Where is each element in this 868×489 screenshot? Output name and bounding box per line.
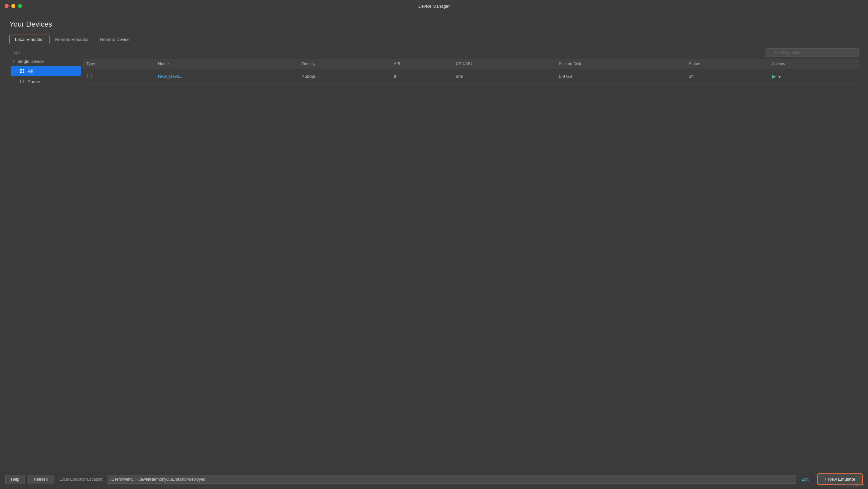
tabs-row: Local Emulator Remote Emulator Remote De… [9, 35, 859, 44]
bottom-bar: Help Refresh Local Emulator Location: Ed… [0, 469, 868, 489]
device-name-link[interactable]: New_Devic... [158, 74, 184, 79]
phone-icon: ☐ [20, 79, 24, 84]
row-status-cell: off [685, 69, 768, 84]
sidebar-item-phone[interactable]: ☐ Phone [11, 77, 81, 87]
chevron-down-icon: ▼ [12, 60, 15, 63]
row-density-cell: 450dpi [298, 69, 390, 84]
col-status: Status [685, 59, 768, 69]
sidebar: Type ▼ Single Device All ☐ Phone [9, 48, 83, 469]
row-api-cell: 9 [390, 69, 452, 84]
col-name: Name [154, 59, 298, 69]
col-size-on-disk: Size on Disk [555, 59, 685, 69]
play-button[interactable]: ▶ [772, 73, 776, 79]
maximize-button[interactable] [18, 4, 22, 8]
filter-wrapper: 🔍 [766, 48, 859, 57]
close-button[interactable] [5, 4, 9, 8]
minimize-button[interactable] [11, 4, 15, 8]
traffic-lights [5, 4, 22, 8]
actions-chevron-icon[interactable]: ▾ [779, 74, 781, 79]
tab-remote-emulator[interactable]: Remote Emulator [50, 35, 94, 44]
refresh-button[interactable]: Refresh [28, 475, 54, 484]
help-button[interactable]: Help [5, 475, 25, 484]
row-actions-cell: ▶ ▾ [768, 69, 859, 84]
row-type-cell: ☐ [83, 69, 154, 84]
sidebar-item-phone-label: Phone [28, 79, 40, 84]
edit-link[interactable]: Edit [802, 477, 808, 482]
col-cpu-abi: CPU/ABI [452, 59, 555, 69]
col-type: Type [83, 59, 154, 69]
window-title: Device Manager [418, 4, 450, 9]
sidebar-item-all[interactable]: All [11, 66, 81, 76]
row-size-cell: 5.9 GB [555, 69, 685, 84]
location-input[interactable] [107, 475, 797, 484]
title-bar: Device Manager [0, 0, 868, 12]
location-label: Local Emulator Location: [60, 477, 103, 482]
sidebar-group-label-text: Single Device [17, 59, 44, 64]
sidebar-type-header: Type [9, 48, 83, 57]
row-cpu-abi-cell: arm [452, 69, 555, 84]
table-area: 🔍 Type Name Density API CPU/ABI Size on … [83, 48, 859, 469]
row-phone-icon: ☐ [87, 73, 92, 80]
table-toolbar: 🔍 [83, 48, 859, 57]
sidebar-single-device-group[interactable]: ▼ Single Device [9, 57, 83, 66]
all-devices-icon [20, 69, 25, 73]
watermark: CSDN @文大奇Qilin [834, 483, 864, 488]
table-header-row: Type Name Density API CPU/ABI Size on Di… [83, 59, 859, 69]
tab-local-emulator[interactable]: Local Emulator [9, 35, 50, 44]
col-actions: Actions [768, 59, 859, 69]
col-density: Density [298, 59, 390, 69]
body-layout: Type ▼ Single Device All ☐ Phone 🔍 [9, 48, 859, 469]
filter-input[interactable] [766, 48, 859, 57]
table-row: ☐ New_Devic... 450dpi 9 arm 5.9 GB off ▶… [83, 69, 859, 84]
col-api: API [390, 59, 452, 69]
page-title: Your Devices [9, 20, 859, 29]
main-content: Your Devices Local Emulator Remote Emula… [0, 12, 868, 469]
devices-table: Type Name Density API CPU/ABI Size on Di… [83, 59, 859, 84]
tab-remote-device[interactable]: Remote Device [94, 35, 135, 44]
sidebar-item-all-label: All [28, 68, 33, 73]
row-name-cell: New_Devic... [154, 69, 298, 84]
